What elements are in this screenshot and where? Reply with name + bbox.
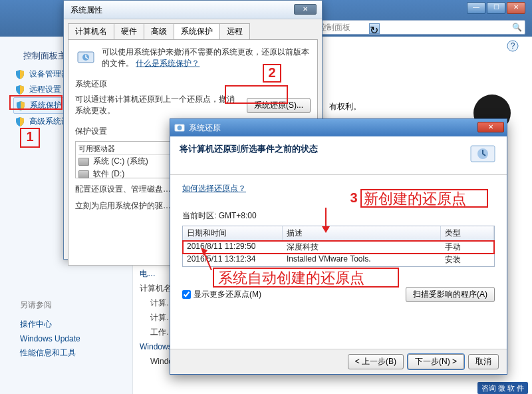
genuine-badge: 咨询 微 软 件 <box>477 382 528 394</box>
close-icon[interactable]: ✕ <box>294 4 317 15</box>
see-also-title: 另请参阅 <box>20 297 80 313</box>
tab-advanced[interactable]: 高级 <box>144 23 174 39</box>
annotation-box-3 <box>360 189 488 208</box>
see-also-action-center[interactable]: 操作中心 <box>20 317 80 332</box>
shield-icon <box>15 69 25 80</box>
col-datetime[interactable]: 日期和时间 <box>183 226 283 240</box>
wizard-header: 将计算机还原到所选事件之前的状态 <box>170 136 507 175</box>
timezone-text: 当前时区: GMT+8:00 <box>182 210 495 222</box>
svg-marker-12 <box>201 248 207 256</box>
close-icon[interactable]: ✕ <box>477 122 504 132</box>
refresh-icon[interactable]: ↻ <box>369 23 380 34</box>
annotation-number-1: 1 <box>20 129 40 144</box>
table-row[interactable]: 2016/8/11 11:29:50 深度科技 手动 <box>183 241 494 254</box>
dialog-title-bar[interactable]: 系统属性 ✕ <box>64 1 322 19</box>
dialog-title-bar[interactable]: 系统还原 ✕ <box>170 119 507 136</box>
shield-icon <box>15 85 25 95</box>
tab-strip: 计算机名 硬件 高级 系统保护 远程 <box>64 19 322 39</box>
svg-marker-10 <box>322 226 330 233</box>
tab-hardware[interactable]: 硬件 <box>114 23 144 39</box>
show-more-check[interactable] <box>182 290 191 299</box>
annotation-arrow-3 <box>319 208 332 234</box>
annotation-box-2 <box>225 85 288 104</box>
annotation-box-1 <box>9 95 63 110</box>
show-more-checkbox[interactable]: 显示更多还原点(M) <box>182 289 261 300</box>
window-controls: — ☐ ✕ <box>467 2 525 14</box>
annotation-arrow-auto <box>200 248 215 270</box>
annotation-number-2: 2 <box>263 65 281 81</box>
tab-computer-name[interactable]: 计算机名 <box>68 23 114 39</box>
col-desc[interactable]: 描述 <box>283 226 441 240</box>
dialog-title: 系统还原 <box>189 122 221 134</box>
svg-point-6 <box>178 126 182 130</box>
restore-points-table: 日期和时间 描述 类型 2016/8/11 11:29:50 深度科技 手动 2… <box>182 226 495 267</box>
search-icon: 🔍 <box>512 23 522 32</box>
see-also-performance[interactable]: 性能信息和工具 <box>20 345 80 361</box>
wizard-heading: 将计算机还原到所选事件之前的状态 <box>180 144 318 154</box>
svg-line-11 <box>203 252 211 270</box>
back-button[interactable]: < 上一步(B) <box>348 354 404 369</box>
shield-icon <box>15 116 25 127</box>
see-also-section: 另请参阅 操作中心 Windows Update 性能信息和工具 <box>20 297 80 361</box>
scan-affected-button[interactable]: 扫描受影响的程序(A) <box>406 287 495 302</box>
disk-icon <box>78 158 89 166</box>
disk-icon <box>78 170 89 178</box>
annotation-number-3: 3 <box>346 190 362 206</box>
restore-title-icon <box>174 122 185 133</box>
help-icon[interactable]: ? <box>507 40 519 52</box>
close-button[interactable]: ✕ <box>507 2 525 14</box>
tab-system-protection[interactable]: 系统保护 <box>174 23 220 39</box>
table-row[interactable]: 2016/5/11 13:12:34 Installed VMware Tool… <box>183 254 494 266</box>
svg-text:?: ? <box>511 41 515 51</box>
search-input[interactable]: 搜索控制面板 🔍 <box>299 20 525 35</box>
restore-icon <box>75 47 96 68</box>
see-also-windows-update[interactable]: Windows Update <box>20 332 80 345</box>
what-is-link[interactable]: 什么是系统保护？ <box>136 59 200 68</box>
rights-text: 有权利。 <box>329 101 361 112</box>
col-type[interactable]: 类型 <box>441 226 494 240</box>
tab-remote[interactable]: 远程 <box>219 23 250 39</box>
cancel-button[interactable]: 取消 <box>468 354 499 369</box>
maximize-button[interactable]: ☐ <box>487 2 505 14</box>
minimize-button[interactable]: — <box>467 2 485 14</box>
restore-desc: 可以通过将计算机还原到上一个还原点，撤消系统更改。 <box>75 94 240 116</box>
restore-header-icon <box>468 142 497 168</box>
dialog-title: 系统属性 <box>70 5 102 15</box>
toolbar: 搜索控制面板 🔍 <box>299 20 525 35</box>
next-button[interactable]: 下一步(N) > <box>408 354 464 369</box>
wizard-footer: < 上一步(B) 下一步(N) > 取消 <box>170 349 507 374</box>
sidebar-item-label: 远程设置 <box>29 84 61 95</box>
table-header: 日期和时间 描述 类型 <box>183 226 494 241</box>
system-restore-dialog: 系统还原 ✕ 将计算机还原到所选事件之前的状态 如何选择还原点？ 当前时区: G… <box>170 118 507 375</box>
annotation-text-auto: 系统自动创建的还原点 <box>218 268 364 288</box>
